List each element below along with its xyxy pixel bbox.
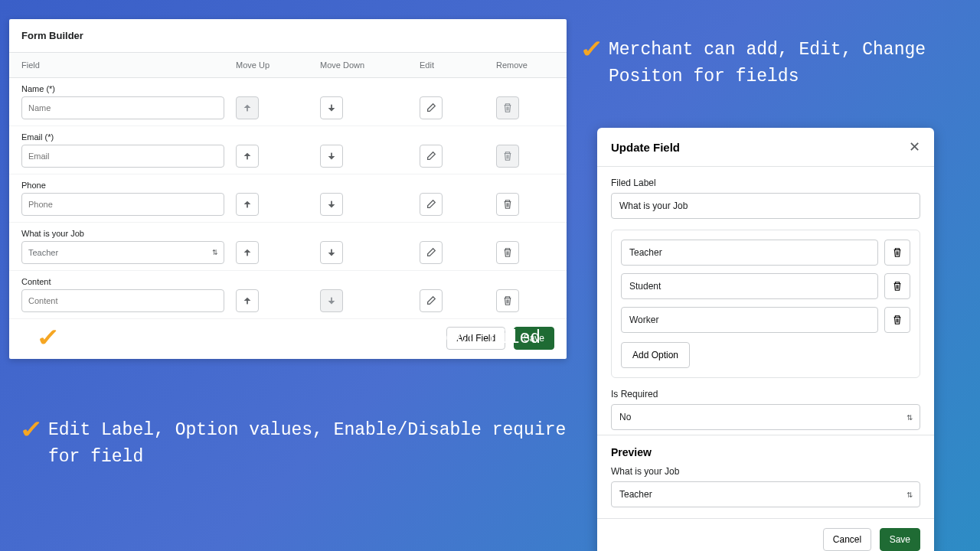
- option-input[interactable]: [621, 240, 878, 266]
- move-up-button[interactable]: [236, 241, 259, 264]
- update-field-modal: Update Field ✕ Filed Label Add Option Is…: [597, 128, 934, 551]
- svg-rect-0: [247, 107, 248, 111]
- move-up-button[interactable]: [236, 289, 259, 312]
- move-down-button[interactable]: [320, 96, 343, 119]
- add-option-button[interactable]: Add Option: [621, 342, 690, 368]
- edit-button[interactable]: [420, 241, 443, 264]
- remove-button: [496, 145, 519, 168]
- svg-rect-8: [247, 300, 248, 304]
- field-label: Name (*): [21, 84, 236, 93]
- bullet-text: Edit Label, Option values, Enable/Disabl…: [48, 417, 588, 470]
- remove-button[interactable]: [496, 193, 519, 216]
- field-label: What is your Job: [21, 229, 236, 238]
- option-row: [621, 273, 910, 299]
- field-input[interactable]: [21, 193, 224, 216]
- check-icon: ✓: [19, 417, 44, 442]
- remove-button[interactable]: [496, 289, 519, 312]
- preview-field-label: What is your Job: [611, 466, 920, 477]
- check-icon: ✓: [36, 325, 60, 350]
- move-down-button[interactable]: [320, 241, 343, 264]
- svg-rect-3: [331, 153, 332, 157]
- field-select[interactable]: Teacher: [21, 241, 224, 264]
- table-row: Content: [9, 271, 567, 319]
- move-up-button[interactable]: [236, 193, 259, 216]
- table-row: What is your JobTeacher: [9, 223, 567, 271]
- preview-select[interactable]: Teacher: [611, 481, 920, 507]
- cancel-button[interactable]: Cancel: [823, 528, 871, 551]
- close-icon[interactable]: ✕: [909, 139, 920, 155]
- panel-title: Form Builder: [9, 19, 567, 52]
- remove-button: [496, 96, 519, 119]
- svg-rect-4: [247, 204, 248, 207]
- table-row: Email (*): [9, 126, 567, 174]
- edit-button[interactable]: [420, 289, 443, 312]
- col-edit: Edit: [420, 60, 496, 70]
- field-label-caption: Filed Label: [611, 178, 920, 188]
- field-label: Phone: [21, 181, 236, 190]
- option-row: [621, 307, 910, 333]
- bullet-text: Merchant can add, Edit, Change Positon f…: [609, 37, 965, 90]
- is-required-label: Is Required: [611, 389, 920, 399]
- col-move-down: Move Down: [320, 60, 420, 70]
- move-down-button[interactable]: [320, 145, 343, 168]
- svg-rect-7: [331, 249, 332, 253]
- option-delete-button[interactable]: [884, 307, 910, 333]
- bullet-text: Support Text, Dropdown, Multiple Select …: [65, 325, 541, 352]
- modal-title: Update Field: [611, 141, 680, 154]
- modal-save-button[interactable]: Save: [880, 528, 920, 551]
- feature-bullet: ✓ Support Text, Dropdown, Multiple Selec…: [38, 325, 574, 352]
- svg-rect-1: [331, 105, 332, 109]
- edit-button[interactable]: [420, 193, 443, 216]
- is-required-select[interactable]: No: [611, 404, 920, 430]
- svg-rect-9: [331, 298, 332, 302]
- option-delete-button[interactable]: [884, 240, 910, 266]
- options-box: Add Option: [611, 230, 920, 378]
- move-down-button: [320, 289, 343, 312]
- feature-bullet: ✓ Merchant can add, Edit, Change Positon…: [582, 37, 965, 90]
- move-up-button[interactable]: [236, 145, 259, 168]
- form-builder-panel: Form Builder Field Move Up Move Down Edi…: [9, 19, 567, 359]
- check-icon: ✓: [580, 37, 604, 61]
- edit-button[interactable]: [420, 145, 443, 168]
- field-input[interactable]: [21, 96, 224, 119]
- svg-rect-5: [331, 201, 332, 205]
- option-row: [621, 240, 910, 266]
- move-down-button[interactable]: [320, 193, 343, 216]
- option-delete-button[interactable]: [884, 273, 910, 299]
- svg-rect-2: [247, 155, 248, 159]
- field-label: Content: [21, 277, 236, 286]
- table-row: Name (*): [9, 78, 567, 126]
- col-move-up: Move Up: [236, 60, 320, 70]
- table-row: Phone: [9, 174, 567, 223]
- field-label-input[interactable]: [611, 193, 920, 219]
- col-field: Field: [21, 60, 236, 70]
- option-input[interactable]: [621, 307, 878, 333]
- feature-bullet: ✓ Edit Label, Option values, Enable/Disa…: [21, 417, 588, 470]
- col-remove: Remove: [496, 60, 573, 70]
- remove-button[interactable]: [496, 241, 519, 264]
- field-label: Email (*): [21, 132, 236, 142]
- field-input[interactable]: [21, 145, 224, 168]
- svg-rect-6: [247, 252, 248, 256]
- field-input[interactable]: [21, 289, 224, 312]
- table-header: Field Move Up Move Down Edit Remove: [9, 52, 567, 78]
- move-up-button: [236, 96, 259, 119]
- preview-title: Preview: [611, 446, 920, 458]
- option-input[interactable]: [621, 273, 878, 299]
- edit-button[interactable]: [420, 96, 443, 119]
